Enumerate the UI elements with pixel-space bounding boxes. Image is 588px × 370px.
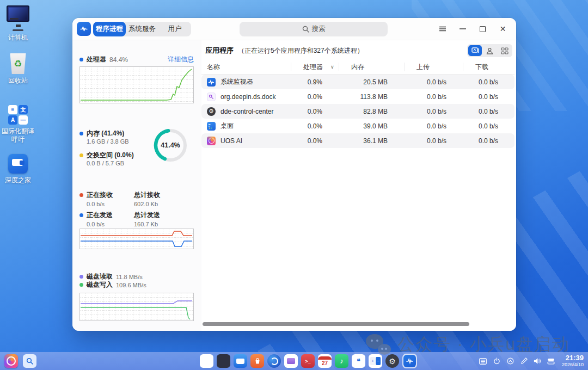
net-recv-value: 0.0 b/s (79, 201, 130, 207)
process-down: 0.0 b/s (463, 78, 514, 86)
process-name: 系统监视器 (220, 77, 253, 87)
swap-dot (79, 153, 83, 157)
process-mem: 39.0 MB (339, 122, 404, 130)
voice-notes-icon[interactable]: ❝ (352, 354, 365, 368)
table-row-desktop[interactable]: 桌面 0.0% 39.0 MB 0.0 b/s 0.0 b/s (201, 119, 514, 133)
trash-icon: ♻ (9, 53, 27, 74)
deepin-home-icon (8, 154, 28, 174)
calendar-icon[interactable]: 27 (318, 354, 332, 368)
horizontal-scrollbar[interactable] (203, 322, 469, 326)
process-mem: 113.8 MB (339, 93, 404, 101)
screenshot-pen-icon[interactable] (520, 357, 528, 365)
multitasking-view-icon[interactable] (217, 354, 230, 368)
process-up: 0.0 b/s (404, 93, 463, 101)
memory-ring-chart: 41.4% (152, 127, 188, 163)
tab-processes[interactable]: 程序进程 (93, 22, 126, 36)
process-up: 0.0 b/s (404, 137, 463, 145)
app-store-icon[interactable] (250, 354, 264, 368)
column-header-download[interactable]: 下载 (463, 63, 514, 71)
disk-manager-icon[interactable] (547, 357, 555, 365)
mail-icon[interactable] (284, 354, 298, 368)
browser-icon[interactable] (267, 354, 281, 368)
process-name: UOS AI (220, 137, 242, 145)
process-mem: 36.1 MB (339, 137, 404, 145)
control-center-gear-icon: ⚙ (207, 107, 216, 116)
file-manager-icon[interactable] (234, 354, 247, 368)
desktop-icon-deepin-home[interactable]: 深度之家 (1, 154, 35, 184)
view-my-processes-button[interactable] (483, 45, 497, 56)
system-monitor-window: 程序进程 系统服务 用户 搜索 ✕ 处理器 84.4% 详细信息 (72, 18, 516, 331)
view-all-processes-button[interactable] (498, 45, 511, 56)
system-monitor-taskbar-active[interactable] (402, 354, 417, 368)
swap-value: 0.0 B / 5.7 GB (79, 160, 124, 166)
desktop-icon-translate[interactable]: ≡文A— 国际化翻译呼吁 (1, 105, 35, 144)
settings-gear-icon[interactable]: ⚙ (385, 354, 399, 368)
table-row-system-monitor[interactable]: 系统监视器 0.9% 20.5 MB 0.0 b/s 0.0 b/s (201, 75, 514, 89)
search-input[interactable]: 搜索 (240, 22, 388, 36)
process-cpu: 0.0% (291, 122, 339, 130)
cpu-summary: 处理器 84.4% 详细信息 (79, 55, 194, 64)
dock-process-icon (207, 92, 216, 101)
input-method-icon[interactable] (479, 357, 487, 365)
net-send-label: 正在发送 (87, 211, 113, 219)
memory-label: 内存 (41.4%) (87, 129, 124, 138)
desktop-process-icon (207, 122, 216, 131)
view-applications-button[interactable] (468, 45, 482, 56)
cpu-details-link[interactable]: 详细信息 (168, 55, 194, 64)
process-name: dde-control-center (220, 108, 273, 115)
tab-users[interactable]: 用户 (158, 22, 191, 36)
tray-expand-icon[interactable] (506, 357, 514, 365)
column-header-cpu[interactable]: 处理器 ∨ (291, 63, 339, 71)
volume-icon[interactable] (534, 357, 542, 365)
desktop-icon-trash[interactable]: ♻ 回收站 (1, 53, 35, 85)
process-down: 0.0 b/s (463, 93, 514, 101)
menu-icon[interactable] (432, 18, 452, 40)
taskbar: >_ 27 ♪ ❝ +− ⚙ (0, 352, 588, 370)
maximize-button[interactable] (473, 18, 493, 40)
power-icon[interactable] (493, 357, 501, 365)
tab-services[interactable]: 系统服务 (126, 22, 158, 36)
calendar-day: 27 (322, 361, 328, 366)
memory-dot (79, 132, 83, 135)
column-header-memory[interactable]: 内存 (339, 63, 404, 71)
taskbar-search-icon[interactable] (23, 354, 36, 368)
process-up: 0.0 b/s (404, 122, 463, 130)
uos-ai-icon (207, 137, 216, 145)
cpu-label: 处理器 (87, 55, 106, 64)
close-button[interactable]: ✕ (493, 18, 513, 40)
search-label: 搜索 (312, 24, 326, 34)
music-icon[interactable]: ♪ (335, 354, 348, 368)
process-down: 0.0 b/s (463, 108, 514, 115)
desktop-icon-label: 回收站 (8, 77, 28, 85)
process-down: 0.0 b/s (463, 137, 514, 145)
process-table: 名称 处理器 ∨ 内存 上传 下载 系统监视器 (201, 60, 514, 148)
clock-time: 21:39 (562, 354, 584, 362)
column-header-upload[interactable]: 上传 (404, 63, 463, 71)
net-send-dot (79, 213, 83, 217)
net-send-total-value: 160.7 Kb (130, 221, 194, 227)
sidebar-performance: 处理器 84.4% 详细信息 内存 (41.4%) 1.6 GB / 3.8 G… (72, 40, 202, 331)
table-row-dock[interactable]: org.deepin.ds.dock 0.0% 113.8 MB 0.0 b/s… (201, 89, 514, 104)
desktop-icon-computer[interactable]: 计算机 (1, 5, 35, 42)
process-up: 0.0 b/s (404, 108, 463, 115)
process-mem: 20.5 MB (339, 78, 404, 86)
taskbar-clock[interactable]: 21:39 2026/4/10 (562, 354, 584, 367)
column-header-name[interactable]: 名称 (201, 63, 291, 71)
process-cpu: 0.0% (291, 137, 339, 145)
disk-write-label: 磁盘写入 (87, 280, 113, 289)
net-recv-dot (79, 193, 83, 197)
launcher-icon[interactable] (200, 354, 213, 368)
view-mode-group (467, 44, 512, 57)
minimize-button[interactable] (452, 18, 473, 40)
net-recv-total-label: 总计接收 (130, 190, 194, 200)
network-summary: 正在接收 总计接收 0.0 b/s 602.0 Kb (79, 190, 194, 207)
uos-ai-taskbar-icon[interactable] (4, 354, 18, 368)
terminal-icon[interactable]: >_ (301, 354, 315, 368)
table-row-uos-ai[interactable]: UOS AI 0.0% 36.1 MB 0.0 b/s 0.0 b/s (201, 133, 514, 148)
section-subtitle: （正在运行5个应用程序和327个系统进程） (238, 46, 364, 55)
memory-value: 1.6 GB / 3.8 GB (79, 138, 129, 145)
calculator-icon[interactable]: +− (369, 354, 382, 368)
table-row-control-center[interactable]: ⚙ dde-control-center 0.0% 82.8 MB 0.0 b/… (201, 104, 514, 119)
section-header: 应用程序 （正在运行5个应用程序和327个系统进程） (205, 46, 364, 55)
process-cpu: 0.0% (291, 93, 339, 101)
